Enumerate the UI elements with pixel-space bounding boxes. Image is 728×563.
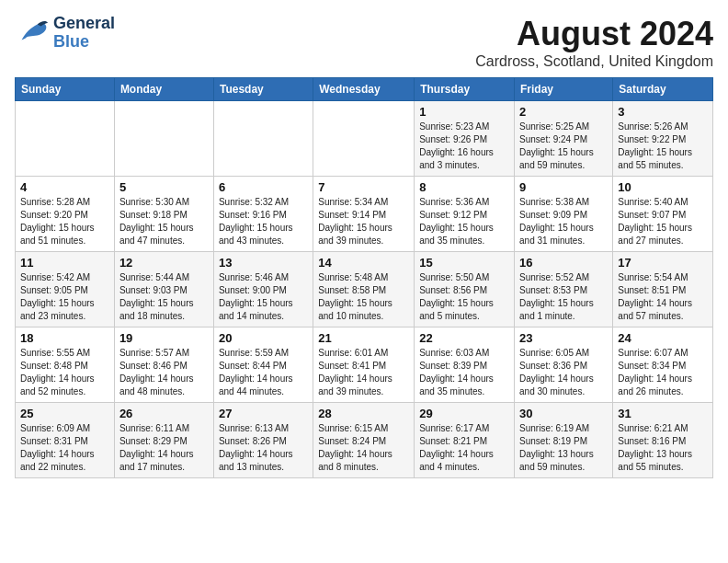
- day-info: Sunrise: 6:09 AM Sunset: 8:31 PM Dayligh…: [20, 422, 109, 474]
- calendar-cell: 23Sunrise: 6:05 AM Sunset: 8:36 PM Dayli…: [515, 327, 613, 403]
- col-header-friday: Friday: [515, 78, 613, 101]
- day-number: 19: [119, 331, 209, 345]
- calendar-week-row: 4Sunrise: 5:28 AM Sunset: 9:20 PM Daylig…: [16, 177, 713, 252]
- day-number: 28: [318, 407, 409, 420]
- col-header-monday: Monday: [114, 78, 213, 101]
- day-info: Sunrise: 5:52 AM Sunset: 8:53 PM Dayligh…: [519, 271, 608, 323]
- calendar-week-row: 25Sunrise: 6:09 AM Sunset: 8:31 PM Dayli…: [16, 403, 713, 478]
- day-number: 26: [119, 407, 209, 420]
- day-info: Sunrise: 5:54 AM Sunset: 8:51 PM Dayligh…: [618, 271, 708, 323]
- calendar-cell: 6Sunrise: 5:32 AM Sunset: 9:16 PM Daylig…: [213, 177, 313, 252]
- logo: General Blue: [15, 15, 115, 52]
- logo-blue-text: Blue: [53, 33, 115, 52]
- calendar-cell: 19Sunrise: 5:57 AM Sunset: 8:46 PM Dayli…: [114, 327, 213, 403]
- calendar-header-row: SundayMondayTuesdayWednesdayThursdayFrid…: [16, 78, 713, 101]
- calendar-cell: 30Sunrise: 6:19 AM Sunset: 8:19 PM Dayli…: [515, 403, 613, 478]
- day-info: Sunrise: 6:15 AM Sunset: 8:24 PM Dayligh…: [318, 422, 409, 474]
- day-number: 29: [419, 407, 509, 420]
- calendar-cell: 29Sunrise: 6:17 AM Sunset: 8:21 PM Dayli…: [415, 403, 515, 478]
- day-info: Sunrise: 6:03 AM Sunset: 8:39 PM Dayligh…: [419, 347, 509, 398]
- title-block: August 2024 Cardross, Scotland, United K…: [475, 15, 713, 70]
- logo-general-text: General: [53, 15, 115, 33]
- day-number: 3: [618, 105, 708, 119]
- col-header-thursday: Thursday: [415, 78, 515, 101]
- day-number: 16: [519, 256, 608, 270]
- day-info: Sunrise: 6:13 AM Sunset: 8:26 PM Dayligh…: [219, 422, 308, 474]
- calendar-cell: [114, 101, 213, 177]
- col-header-sunday: Sunday: [16, 78, 115, 101]
- day-info: Sunrise: 5:38 AM Sunset: 9:09 PM Dayligh…: [519, 196, 608, 247]
- day-number: 17: [618, 256, 708, 270]
- day-info: Sunrise: 5:28 AM Sunset: 9:20 PM Dayligh…: [20, 196, 109, 247]
- day-info: Sunrise: 5:48 AM Sunset: 8:58 PM Dayligh…: [318, 271, 409, 323]
- day-info: Sunrise: 5:30 AM Sunset: 9:18 PM Dayligh…: [119, 196, 209, 247]
- calendar-table: SundayMondayTuesdayWednesdayThursdayFrid…: [15, 77, 713, 478]
- day-number: 2: [519, 105, 608, 119]
- calendar-cell: 13Sunrise: 5:46 AM Sunset: 9:00 PM Dayli…: [213, 252, 313, 327]
- day-info: Sunrise: 5:25 AM Sunset: 9:24 PM Dayligh…: [519, 121, 608, 172]
- day-number: 18: [20, 331, 109, 345]
- location-text: Cardross, Scotland, United Kingdom: [475, 53, 713, 70]
- day-number: 10: [618, 180, 708, 194]
- logo-icon: [15, 16, 50, 51]
- day-number: 11: [20, 256, 109, 270]
- logo-text: General Blue: [53, 15, 115, 52]
- day-info: Sunrise: 5:40 AM Sunset: 9:07 PM Dayligh…: [618, 196, 708, 247]
- day-number: 8: [419, 180, 509, 194]
- calendar-cell: 27Sunrise: 6:13 AM Sunset: 8:26 PM Dayli…: [213, 403, 313, 478]
- calendar-cell: 10Sunrise: 5:40 AM Sunset: 9:07 PM Dayli…: [613, 177, 713, 252]
- day-info: Sunrise: 5:34 AM Sunset: 9:14 PM Dayligh…: [318, 196, 409, 247]
- calendar-cell: 1Sunrise: 5:23 AM Sunset: 9:26 PM Daylig…: [415, 101, 515, 177]
- day-info: Sunrise: 5:26 AM Sunset: 9:22 PM Dayligh…: [618, 121, 708, 172]
- day-number: 20: [219, 331, 308, 345]
- calendar-cell: 31Sunrise: 6:21 AM Sunset: 8:16 PM Dayli…: [613, 403, 713, 478]
- col-header-saturday: Saturday: [613, 78, 713, 101]
- col-header-tuesday: Tuesday: [213, 78, 313, 101]
- day-number: 24: [618, 331, 708, 345]
- calendar-cell: 24Sunrise: 6:07 AM Sunset: 8:34 PM Dayli…: [613, 327, 713, 403]
- day-info: Sunrise: 5:55 AM Sunset: 8:48 PM Dayligh…: [20, 347, 109, 398]
- calendar-cell: 3Sunrise: 5:26 AM Sunset: 9:22 PM Daylig…: [613, 101, 713, 177]
- calendar-cell: 8Sunrise: 5:36 AM Sunset: 9:12 PM Daylig…: [415, 177, 515, 252]
- day-number: 5: [119, 180, 209, 194]
- calendar-week-row: 18Sunrise: 5:55 AM Sunset: 8:48 PM Dayli…: [16, 327, 713, 403]
- calendar-cell: 2Sunrise: 5:25 AM Sunset: 9:24 PM Daylig…: [515, 101, 613, 177]
- col-header-wednesday: Wednesday: [313, 78, 415, 101]
- calendar-cell: [213, 101, 313, 177]
- calendar-cell: 5Sunrise: 5:30 AM Sunset: 9:18 PM Daylig…: [114, 177, 213, 252]
- calendar-cell: 22Sunrise: 6:03 AM Sunset: 8:39 PM Dayli…: [415, 327, 515, 403]
- calendar-week-row: 1Sunrise: 5:23 AM Sunset: 9:26 PM Daylig…: [16, 101, 713, 177]
- day-info: Sunrise: 6:01 AM Sunset: 8:41 PM Dayligh…: [318, 347, 409, 398]
- day-info: Sunrise: 5:44 AM Sunset: 9:03 PM Dayligh…: [119, 271, 209, 323]
- calendar-cell: [16, 101, 115, 177]
- day-info: Sunrise: 6:19 AM Sunset: 8:19 PM Dayligh…: [519, 422, 608, 474]
- day-number: 1: [419, 105, 509, 119]
- calendar-cell: 21Sunrise: 6:01 AM Sunset: 8:41 PM Dayli…: [313, 327, 415, 403]
- day-info: Sunrise: 5:59 AM Sunset: 8:44 PM Dayligh…: [219, 347, 308, 398]
- day-number: 12: [119, 256, 209, 270]
- calendar-cell: 28Sunrise: 6:15 AM Sunset: 8:24 PM Dayli…: [313, 403, 415, 478]
- day-info: Sunrise: 5:42 AM Sunset: 9:05 PM Dayligh…: [20, 271, 109, 323]
- day-info: Sunrise: 6:17 AM Sunset: 8:21 PM Dayligh…: [419, 422, 509, 474]
- calendar-cell: 9Sunrise: 5:38 AM Sunset: 9:09 PM Daylig…: [515, 177, 613, 252]
- month-year-title: August 2024: [475, 15, 713, 53]
- calendar-cell: 11Sunrise: 5:42 AM Sunset: 9:05 PM Dayli…: [16, 252, 115, 327]
- calendar-cell: 17Sunrise: 5:54 AM Sunset: 8:51 PM Dayli…: [613, 252, 713, 327]
- day-info: Sunrise: 5:46 AM Sunset: 9:00 PM Dayligh…: [219, 271, 308, 323]
- calendar-cell: 12Sunrise: 5:44 AM Sunset: 9:03 PM Dayli…: [114, 252, 213, 327]
- page-header: General Blue August 2024 Cardross, Scotl…: [15, 15, 713, 70]
- calendar-cell: 26Sunrise: 6:11 AM Sunset: 8:29 PM Dayli…: [114, 403, 213, 478]
- day-info: Sunrise: 5:57 AM Sunset: 8:46 PM Dayligh…: [119, 347, 209, 398]
- day-number: 21: [318, 331, 409, 345]
- calendar-cell: 4Sunrise: 5:28 AM Sunset: 9:20 PM Daylig…: [16, 177, 115, 252]
- day-info: Sunrise: 6:07 AM Sunset: 8:34 PM Dayligh…: [618, 347, 708, 398]
- day-number: 15: [419, 256, 509, 270]
- day-number: 31: [618, 407, 708, 420]
- day-number: 22: [419, 331, 509, 345]
- calendar-cell: 18Sunrise: 5:55 AM Sunset: 8:48 PM Dayli…: [16, 327, 115, 403]
- day-number: 4: [20, 180, 109, 194]
- calendar-cell: 16Sunrise: 5:52 AM Sunset: 8:53 PM Dayli…: [515, 252, 613, 327]
- day-number: 25: [20, 407, 109, 420]
- day-info: Sunrise: 5:50 AM Sunset: 8:56 PM Dayligh…: [419, 271, 509, 323]
- day-info: Sunrise: 5:23 AM Sunset: 9:26 PM Dayligh…: [419, 121, 509, 172]
